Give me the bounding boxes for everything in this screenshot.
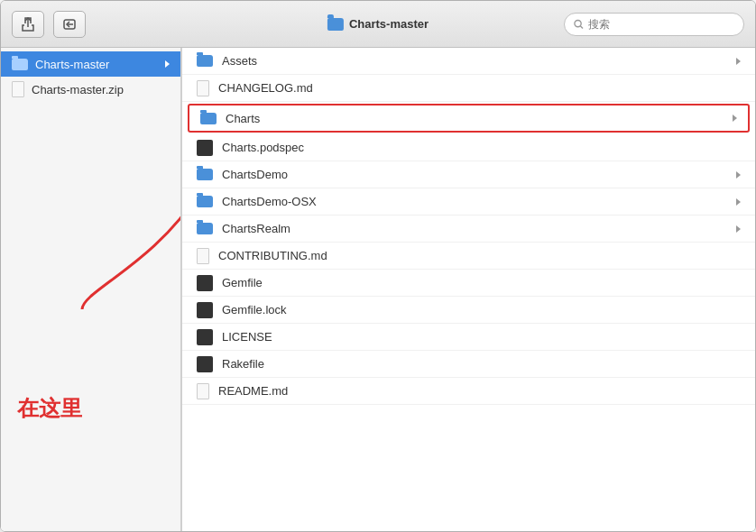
file-row-label: LICENSE <box>222 330 272 344</box>
annotation-arrow <box>10 120 181 345</box>
folder-icon <box>197 196 213 207</box>
folder-icon <box>200 113 217 124</box>
sidebar-item-charts-master[interactable]: Charts-master <box>1 51 180 77</box>
chevron-right-icon <box>733 115 737 122</box>
file-row-label: ChartsDemo <box>222 168 288 181</box>
svg-line-4 <box>580 25 583 28</box>
share-icon <box>22 17 34 32</box>
svg-point-3 <box>575 20 581 26</box>
share-button[interactable] <box>12 11 44 38</box>
file-row-charts-highlighted[interactable]: Charts <box>188 104 750 133</box>
file-row[interactable]: CHANGELOG.md <box>182 75 755 102</box>
folder-icon <box>197 169 213 180</box>
finder-window: Charts-master Charts-master Charts-maste… <box>0 0 756 532</box>
window-title-text: Charts-master <box>349 17 429 31</box>
file-row[interactable]: Assets <box>182 48 755 75</box>
dark-file-icon <box>197 329 213 345</box>
chevron-right-icon <box>736 171 741 179</box>
file-row-label: ChartsRealm <box>222 222 290 235</box>
sidebar-item-charts-zip[interactable]: Charts-master.zip <box>1 77 180 102</box>
sidebar-item-label: Charts-master <box>35 58 109 71</box>
file-row[interactable]: Rakefile <box>182 351 755 378</box>
chevron-right-icon <box>165 60 170 68</box>
back-button[interactable] <box>53 11 86 38</box>
chevron-right-icon <box>736 198 741 206</box>
file-row[interactable]: ChartsDemo <box>182 161 755 188</box>
title-folder-icon <box>327 18 344 31</box>
file-row[interactable]: CONTRIBUTING.md <box>182 243 755 270</box>
file-row-label: Assets <box>222 54 257 68</box>
back-icon <box>62 18 77 31</box>
file-row-label: Rakefile <box>222 357 264 371</box>
dark-file-icon <box>197 302 213 318</box>
dark-file-icon <box>197 275 213 291</box>
file-row-label: Gemfile <box>222 276 263 289</box>
right-panel: Assets CHANGELOG.md Charts Charts.podspe… <box>182 48 755 531</box>
dark-file-icon <box>197 140 213 156</box>
sidebar: Charts-master Charts-master.zip 在这里 <box>1 48 181 531</box>
file-row[interactable]: Gemfile <box>182 270 755 297</box>
annotation-text: 在这里 <box>17 394 82 423</box>
file-icon <box>197 80 209 96</box>
file-row-label: Charts.podspec <box>222 141 304 154</box>
file-row[interactable]: Gemfile.lock <box>182 297 755 324</box>
folder-icon <box>197 55 213 67</box>
folder-icon <box>197 223 213 234</box>
sidebar-item-label: Charts-master.zip <box>32 83 124 96</box>
search-input[interactable] <box>588 18 734 31</box>
file-row[interactable]: Charts.podspec <box>182 134 755 161</box>
file-row-label: CHANGELOG.md <box>218 81 313 95</box>
file-icon <box>197 383 209 399</box>
search-icon <box>574 19 584 30</box>
file-row-label: Gemfile.lock <box>222 303 287 316</box>
file-row[interactable]: LICENSE <box>182 324 755 351</box>
search-bar[interactable] <box>564 13 744 36</box>
file-row[interactable]: ChartsRealm <box>182 216 755 243</box>
file-row[interactable]: README.md <box>182 378 755 405</box>
titlebar: Charts-master <box>1 1 755 48</box>
window-title: Charts-master <box>327 17 429 31</box>
zip-file-icon <box>12 81 24 97</box>
file-icon <box>197 248 209 264</box>
file-row-label: Charts <box>226 112 260 125</box>
file-row[interactable]: ChartsDemo-OSX <box>182 188 755 216</box>
file-row-label: README.md <box>218 384 288 398</box>
chevron-right-icon <box>736 58 741 65</box>
file-row-label: ChartsDemo-OSX <box>222 195 317 208</box>
folder-icon <box>12 59 28 70</box>
file-row-label: CONTRIBUTING.md <box>218 249 327 262</box>
dark-file-icon <box>197 356 213 372</box>
main-content: Charts-master Charts-master.zip 在这里 <box>1 48 755 531</box>
chevron-right-icon <box>736 225 741 233</box>
